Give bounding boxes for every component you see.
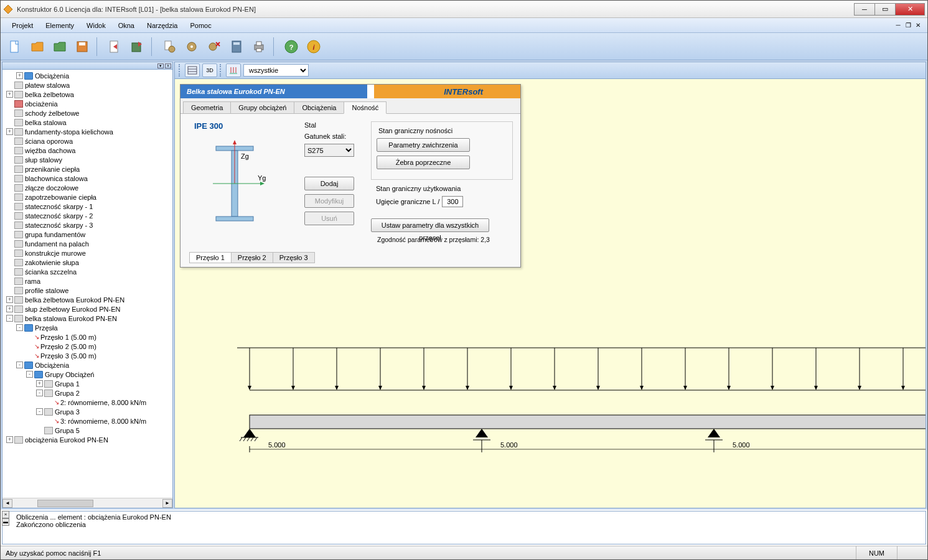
- tree-item[interactable]: -belka stalowa Eurokod PN-EN: [2, 314, 172, 323]
- panel-float-icon[interactable]: ▾: [157, 63, 164, 68]
- log-pin-icon[interactable]: ▬: [2, 518, 9, 526]
- panel-close-icon[interactable]: ×: [165, 63, 171, 68]
- tab-geometria[interactable]: Geometria: [183, 101, 231, 114]
- view-2d-icon[interactable]: [185, 63, 200, 77]
- log-line: Obliczenia ... element : obciążenia Euro…: [16, 513, 922, 521]
- tree-item[interactable]: zakotwienie słupa: [2, 258, 172, 267]
- tree-item[interactable]: schody żelbetowe: [2, 108, 172, 118]
- add-button[interactable]: Dodaj: [304, 177, 354, 190]
- tree-item[interactable]: złącze doczołowe: [2, 183, 172, 192]
- help-icon[interactable]: ?: [282, 37, 301, 56]
- settings-icon[interactable]: [160, 37, 179, 56]
- view-3d-icon[interactable]: 3D: [202, 63, 217, 77]
- tab-obciazenia[interactable]: Obciążenia: [294, 101, 344, 114]
- export-icon[interactable]: [105, 37, 124, 56]
- menu-pomoc[interactable]: Pomoc: [184, 20, 218, 31]
- tree-item[interactable]: +belka żelbetowa Eurokod PN-EN: [2, 295, 172, 304]
- print-icon[interactable]: [250, 37, 268, 56]
- tab-grupy[interactable]: Grupy obciążeń: [230, 101, 294, 114]
- set-all-spans-button[interactable]: Ustaw parametry dla wszystkich przęseł: [371, 218, 489, 232]
- svg-text:Zg: Zg: [241, 152, 249, 160]
- tree-item[interactable]: -Obciążenia: [2, 360, 172, 370]
- tree-item[interactable]: Grupa 5: [2, 426, 172, 435]
- tree-item[interactable]: +Grupa 1: [2, 379, 172, 388]
- main-toolbar: ? i: [1, 33, 927, 60]
- tree-item[interactable]: ściana oporowa: [2, 136, 172, 146]
- menu-projekt[interactable]: Projekt: [6, 20, 39, 31]
- tree-item[interactable]: +fundamenty-stopa kielichowa: [2, 127, 172, 136]
- tree-item[interactable]: -Grupa 3: [2, 407, 172, 416]
- tree-item[interactable]: stateczność skarpy - 1: [2, 202, 172, 211]
- canvas[interactable]: Belka stalowa Eurokod PN-EN ● ● ● INTERs…: [174, 79, 926, 508]
- save-icon[interactable]: [73, 37, 91, 56]
- open2-icon[interactable]: [50, 37, 69, 56]
- log-close-icon[interactable]: ×: [2, 511, 9, 518]
- tree-item[interactable]: więźba dachowa: [2, 146, 172, 155]
- app-icon: [3, 4, 13, 14]
- svg-line-78: [251, 437, 253, 441]
- tree-item[interactable]: -Przęsła: [2, 323, 172, 332]
- open-icon[interactable]: [28, 37, 47, 56]
- tree-item[interactable]: przenikanie ciepła: [2, 164, 172, 174]
- menubar: Projekt Elementy Widok Okna Narzędzia Po…: [1, 18, 927, 33]
- tree-item[interactable]: +słup żelbetowy Eurokod PN-EN: [2, 304, 172, 314]
- tree-item[interactable]: ścianka szczelna: [2, 267, 172, 276]
- tree-item[interactable]: ↘Przęsło 3 (5.00 m): [2, 351, 172, 360]
- tree-item[interactable]: +obciążenia Eurokod PN-EN: [2, 435, 172, 444]
- gear-delete-icon[interactable]: [205, 37, 223, 56]
- gear-icon[interactable]: [182, 37, 201, 56]
- mdi-minimize[interactable]: ─: [894, 21, 902, 30]
- tree-hscroll[interactable]: ◄►: [2, 498, 172, 508]
- menu-widok[interactable]: Widok: [80, 20, 112, 31]
- tree-item[interactable]: -Grupa 2: [2, 388, 172, 398]
- menu-okna[interactable]: Okna: [112, 20, 141, 31]
- tree-item[interactable]: obciażenia: [2, 99, 172, 108]
- tree-item[interactable]: ↘Przęsło 2 (5.00 m): [2, 342, 172, 351]
- tree-item[interactable]: fundament na palach: [2, 239, 172, 248]
- new-icon[interactable]: [6, 37, 24, 56]
- tree-item[interactable]: +belka żelbetowa: [2, 90, 172, 99]
- tree-item[interactable]: stateczność skarpy - 2: [2, 211, 172, 220]
- ltb-params-button[interactable]: Parametry zwichrzenia: [377, 138, 470, 152]
- import-icon[interactable]: [128, 37, 146, 56]
- calculator-icon[interactable]: [227, 37, 246, 56]
- menu-elementy[interactable]: Elementy: [39, 20, 80, 31]
- close-button[interactable]: ✕: [895, 3, 925, 16]
- view-loads-icon[interactable]: [226, 63, 241, 77]
- span-tab-3[interactable]: Przęsło 3: [273, 252, 315, 263]
- ribs-button[interactable]: Żebra poprzeczne: [377, 156, 470, 169]
- svg-point-7: [169, 46, 175, 52]
- tree-item[interactable]: ↘3: równomierne, 8.000 kN/m: [2, 416, 172, 426]
- tree-item[interactable]: -Grupy Obciążeń: [2, 370, 172, 379]
- tree-item[interactable]: blachownica stalowa: [2, 174, 172, 183]
- span-tab-2[interactable]: Przęsło 2: [231, 252, 273, 263]
- minimize-button[interactable]: ─: [854, 3, 875, 16]
- steel-grade-select[interactable]: S275: [304, 144, 354, 157]
- tree-item[interactable]: rama: [2, 276, 172, 286]
- span-tab-1[interactable]: Przęsło 1: [189, 252, 232, 263]
- tree-item[interactable]: grupa fundamentów: [2, 230, 172, 239]
- modify-button[interactable]: Modyfikuj: [304, 194, 354, 208]
- project-tree[interactable]: +Obciążeniapłatew stalowa+belka żelbetow…: [2, 70, 172, 498]
- tree-item[interactable]: zapotrzebowanie ciepła: [2, 192, 172, 202]
- tree-item[interactable]: ↘Przęsło 1 (5.00 m): [2, 332, 172, 342]
- svg-marker-48: [466, 386, 469, 390]
- tree-item[interactable]: płatew stalowa: [2, 80, 172, 90]
- tree-item[interactable]: stateczność skarpy - 3: [2, 220, 172, 230]
- mdi-close[interactable]: ✕: [914, 21, 922, 30]
- info-icon[interactable]: i: [304, 37, 323, 56]
- tree-item[interactable]: belka stalowa: [2, 118, 172, 127]
- maximize-button[interactable]: ▭: [874, 3, 896, 16]
- tree-item[interactable]: słup stalowy: [2, 155, 172, 164]
- delete-button[interactable]: Usuń: [304, 212, 354, 225]
- tab-nosnosc[interactable]: Nośność: [344, 101, 387, 114]
- tree-item[interactable]: ↘2: równomierne, 8.000 kN/m: [2, 398, 172, 407]
- filter-select[interactable]: wszystkie: [243, 64, 309, 77]
- project-tree-panel: ▾ × +Obciążeniapłatew stalowa+belka żelb…: [2, 62, 173, 508]
- deflection-input[interactable]: [442, 196, 463, 207]
- tree-item[interactable]: konstrukcje murowe: [2, 248, 172, 258]
- mdi-restore[interactable]: ❐: [904, 21, 912, 30]
- tree-item[interactable]: profile stalowe: [2, 286, 172, 295]
- tree-item[interactable]: +Obciążenia: [2, 71, 172, 80]
- menu-narzedzia[interactable]: Narzędzia: [141, 20, 184, 31]
